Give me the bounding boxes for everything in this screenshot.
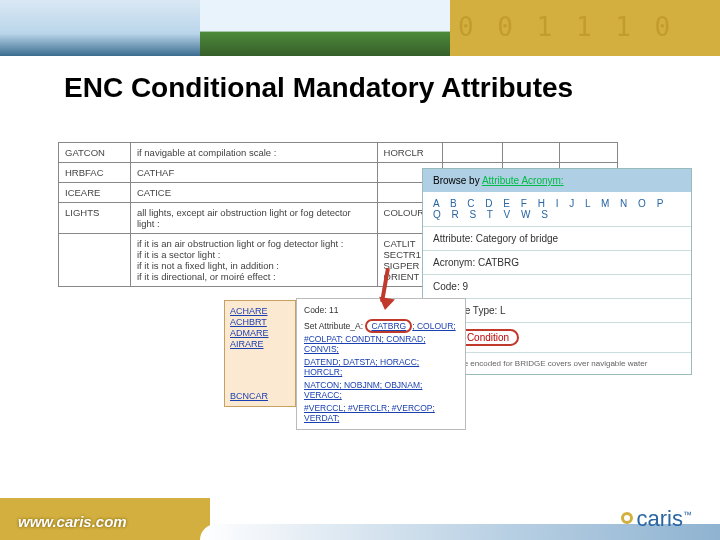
definition-card: Code: 11 Set Attribute_A: CATBRG; COLOUR… <box>296 298 466 430</box>
cell-acronym: HRBFAC <box>59 163 131 183</box>
attr-links[interactable]: NATCON; NOBJNM; OBJNAM; VERACC; <box>304 380 458 400</box>
attribute-code-row: Code: 9 <box>423 274 691 298</box>
cell-condition: all lights, except air obstruction light… <box>130 203 377 234</box>
alphabet-index[interactable]: A B C D E F H I J L M N O P Q R S T V W … <box>423 192 691 226</box>
cell-acronym: ICEARE <box>59 183 131 203</box>
set-attr-tail: ; COLOUR; <box>412 321 455 331</box>
set-attr-label: Set Attribute_A: <box>304 321 365 331</box>
top-banner: 0 0 1 1 1 0 <box>0 0 720 56</box>
attribute-acronym-row: Acronym: CATBRG <box>423 250 691 274</box>
list-item[interactable]: BCNCAR <box>230 391 290 401</box>
table-row: GATCON if navigable at compilation scale… <box>59 143 618 163</box>
caris-logo: caris™ <box>621 506 692 532</box>
logo-text: caris <box>637 506 683 531</box>
attr-links[interactable]: #VERCCL; #VERCLR; #VERCOP; VERDAT; <box>304 403 458 423</box>
footer: www.caris.com caris™ <box>0 498 720 540</box>
footer-url: www.caris.com <box>18 513 127 530</box>
content-stage: GATCON if navigable at compilation scale… <box>0 112 720 492</box>
cell-condition: CATICE <box>130 183 377 203</box>
logo-tm: ™ <box>683 510 692 520</box>
annotation-arrow-icon <box>370 262 400 310</box>
cell-condition: CATHAF <box>130 163 377 183</box>
cell-acronym <box>59 234 131 287</box>
cell: HORCLR <box>377 143 443 163</box>
cell-acronym: LIGHTS <box>59 203 131 234</box>
list-item[interactable]: ACHARE <box>230 306 290 316</box>
list-item[interactable]: ACHBRT <box>230 317 290 327</box>
list-item[interactable]: ADMARE <box>230 328 290 338</box>
object-acronym-list: ACHARE ACHBRT ADMARE AIRARE BCNCAR <box>224 300 296 407</box>
page-title: ENC Conditional Mandatory Attributes <box>0 56 720 112</box>
list-item[interactable]: AIRARE <box>230 339 290 349</box>
banner-sky <box>0 0 200 56</box>
browse-header: Browse by Attribute Acronym: <box>423 169 691 192</box>
attr-links[interactable]: DATEND; DATSTA; HORACC; HORCLR; <box>304 357 458 377</box>
banner-land <box>200 0 450 56</box>
attribute-acronym-link[interactable]: Attribute Acronym: <box>482 175 564 186</box>
cell <box>560 143 618 163</box>
def-set-attribute: Set Attribute_A: CATBRG; COLOUR; <box>304 321 458 331</box>
attribute-name-row: Attribute: Category of bridge <box>423 226 691 250</box>
catbrg-highlight: CATBRG <box>365 319 412 333</box>
cell <box>443 143 503 163</box>
browse-label: Browse by <box>433 175 482 186</box>
cell-condition: if it is an air obstruction light or fog… <box>130 234 377 287</box>
cell-acronym: GATCON <box>59 143 131 163</box>
logo-dot-icon <box>621 512 633 524</box>
cell-condition: if navigable at compilation scale : <box>130 143 377 163</box>
cell <box>502 143 560 163</box>
banner-digits: 0 0 1 1 1 0 <box>450 0 720 56</box>
attr-links[interactable]: #COLPAT; CONDTN; CONRAD; CONVIS; <box>304 334 458 354</box>
banner-digits-text: 0 0 1 1 1 0 <box>458 12 674 42</box>
